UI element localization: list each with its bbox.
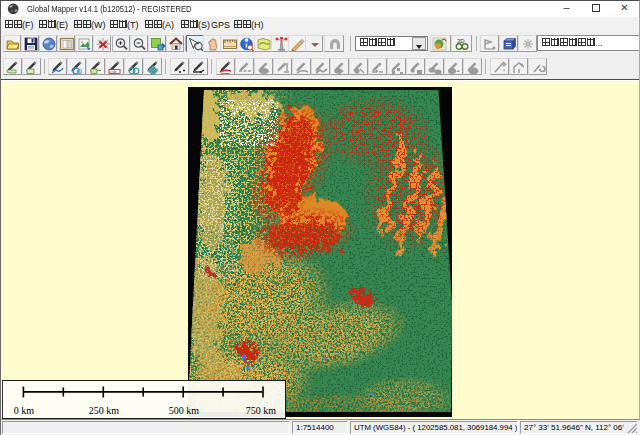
svg-text:csb: csb [110,69,117,74]
